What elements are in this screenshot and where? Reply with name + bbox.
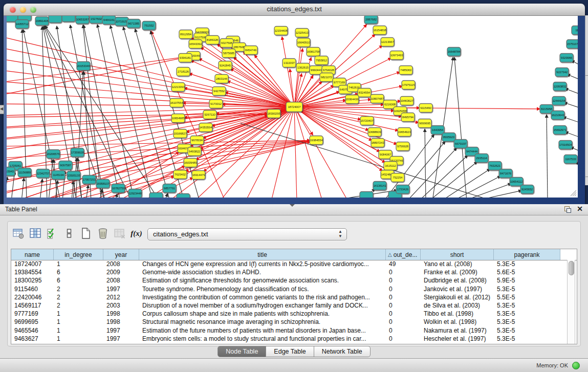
graph-node[interactable]: 11156889 — [18, 168, 31, 177]
graph-node[interactable]: 20364436 — [345, 95, 359, 104]
cell-name[interactable]: 22420046 — [11, 293, 54, 301]
graph-node[interactable]: 19384554 — [310, 136, 323, 145]
graph-node[interactable]: 8454749 — [244, 46, 257, 55]
graph-node[interactable]: 18724007 — [286, 102, 302, 112]
cell-short[interactable]: Yano et al. (2008) — [421, 260, 494, 268]
graph-node[interactable]: 14136141 — [373, 182, 386, 190]
cell-pagerank[interactable]: 5.3E-5 — [494, 260, 560, 268]
graph-node[interactable]: 14055712 — [15, 20, 29, 29]
graph-node[interactable]: 6466161 — [102, 16, 116, 25]
cell-title[interactable]: Genome-wide association studies in ADHD. — [139, 268, 386, 276]
cell-title[interactable]: Structural magnetic resonance image aver… — [139, 318, 386, 326]
graph-node[interactable]: 12093832 — [553, 82, 567, 91]
graph-node[interactable]: 1640954 — [431, 126, 444, 135]
graph-node[interactable] — [177, 194, 190, 198]
graph-node[interactable]: 9699695 — [418, 119, 431, 128]
graph-node[interactable]: 10688609 — [368, 128, 381, 137]
graph-node[interactable]: 8324554 — [358, 89, 371, 97]
graph-node[interactable]: 1733426 — [396, 185, 409, 194]
graph-node[interactable]: 9756928 — [396, 142, 409, 151]
function-builder-button[interactable]: f(x) — [128, 226, 145, 241]
graph-node[interactable]: 8495794 — [401, 113, 415, 122]
graph-node[interactable]: 1615112 — [384, 162, 397, 170]
cell-out-de-[interactable]: 0 — [386, 293, 421, 301]
graph-node[interactable]: 9678334 — [190, 136, 204, 145]
graph-node[interactable]: 10973493 — [390, 51, 403, 60]
cell-in-degree[interactable]: 2 — [54, 301, 103, 310]
cell-short[interactable]: Tibbo et al. (1998) — [421, 310, 494, 318]
cell-out-de-[interactable]: 0 — [386, 301, 421, 310]
cell-out-de-[interactable]: 0 — [386, 276, 421, 285]
cell-out-de-[interactable]: 49 — [386, 260, 421, 268]
show-columns-button[interactable] — [27, 226, 43, 241]
cell-year[interactable]: 2009 — [103, 268, 139, 276]
table-select[interactable]: citations_edges.txt ▲▼ — [147, 228, 347, 240]
graph-node[interactable]: 16782759 — [112, 184, 125, 193]
cell-pagerank[interactable]: 5.3E-5 — [494, 335, 560, 343]
graph-node[interactable]: 9427552 — [212, 87, 226, 96]
table-settings-button[interactable] — [10, 226, 27, 241]
table-row[interactable]: 977716911998Corpus callosum shape and si… — [11, 310, 577, 318]
graph-node[interactable]: 16958107 — [96, 180, 110, 188]
cell-out-de-[interactable]: 0 — [386, 326, 421, 335]
cell-pagerank[interactable]: 5.3E-5 — [494, 326, 560, 335]
cell-name[interactable]: 9115460 — [11, 285, 54, 293]
cell-pagerank[interactable]: 5.9E-5 — [494, 276, 560, 285]
graph-node[interactable] — [149, 193, 163, 198]
graph-node[interactable]: 7625402 — [173, 170, 187, 179]
graph-node[interactable]: 16107554 — [170, 99, 183, 107]
graph-node[interactable]: 9170012 — [209, 100, 223, 108]
graph-node[interactable]: 16648784 — [447, 48, 461, 56]
cell-name[interactable]: 18724007 — [11, 260, 54, 268]
graph-node[interactable]: 18300295 — [267, 110, 280, 118]
cell-pagerank[interactable]: 5.6E-5 — [494, 268, 560, 276]
cell-out-de-[interactable]: 0 — [386, 268, 421, 276]
graph-node[interactable]: 12154408 — [274, 27, 288, 35]
cell-name[interactable]: 18300295 — [11, 276, 54, 285]
splitter-handle[interactable] — [290, 204, 295, 207]
cell-out-de-[interactable]: 0 — [386, 285, 421, 293]
graph-node[interactable]: 17016504 — [559, 141, 572, 149]
graph-node[interactable]: 9493822 — [188, 147, 201, 156]
cell-title[interactable]: Investigating the contribution of common… — [139, 293, 386, 301]
cell-in-degree[interactable]: 1 — [54, 260, 103, 268]
graph-node[interactable]: 752254 — [391, 173, 404, 182]
graph-node[interactable]: 17957253 — [82, 176, 96, 184]
cell-year[interactable]: 1997 — [103, 335, 139, 343]
memory-ok-indicator[interactable] — [572, 362, 580, 369]
graph-node[interactable] — [49, 16, 62, 23]
table-row[interactable]: 1872400712008Changes of HCN gene express… — [11, 260, 577, 268]
minimize-window-button[interactable] — [20, 7, 26, 13]
cell-short[interactable]: Jankovic et al. (1997) — [421, 285, 494, 293]
column-header-short[interactable]: short — [421, 249, 494, 260]
cell-in-degree[interactable]: 1 — [54, 326, 103, 335]
graph-node[interactable]: 7632621 — [488, 162, 502, 170]
graph-node[interactable]: 7485063 — [399, 66, 412, 75]
column-header-year[interactable]: year — [103, 249, 139, 260]
table-row[interactable]: 946362711997Embryonic stem cells: a mode… — [11, 335, 577, 343]
table-row[interactable]: 1456911722003Disruption of a novel membe… — [11, 301, 577, 310]
cell-name[interactable]: 9699695 — [11, 318, 54, 326]
graph-node[interactable]: 12213967 — [381, 38, 394, 47]
graph-node[interactable] — [360, 192, 373, 198]
citation-graph[interactable]: 1405571220891406106532871527602646616110… — [7, 16, 578, 198]
cell-name[interactable]: 9465546 — [11, 326, 54, 335]
cell-pagerank[interactable]: 5.5E-5 — [494, 293, 560, 301]
graph-node[interactable]: 12325413 — [295, 29, 309, 37]
cell-title[interactable]: Corpus callosum shape and size in male p… — [139, 310, 386, 318]
tab-node-table[interactable]: Node Table — [217, 346, 266, 357]
cell-in-degree[interactable]: 2 — [54, 293, 103, 301]
delete-table-button[interactable] — [111, 226, 128, 241]
cell-year[interactable]: 1998 — [103, 310, 139, 318]
cell-short[interactable]: Hescheler et al. (1997) — [421, 335, 494, 343]
graph-node[interactable]: 9245652 — [520, 185, 534, 194]
graph-node[interactable]: 16210643 — [551, 111, 564, 120]
column-header-title[interactable]: title — [139, 249, 386, 260]
delete-column-button[interactable] — [94, 226, 111, 241]
graph-node[interactable]: 9821072 — [320, 73, 333, 82]
graph-node[interactable]: 13505135 — [67, 171, 80, 180]
table-row[interactable]: 1830029562008Estimation of significance … — [11, 276, 577, 285]
graph-node[interactable]: 9327508 — [220, 39, 233, 48]
graph-node[interactable]: 19166827 — [173, 129, 187, 138]
network-canvas[interactable]: 1405571220891406106532871527602646616110… — [7, 16, 578, 198]
